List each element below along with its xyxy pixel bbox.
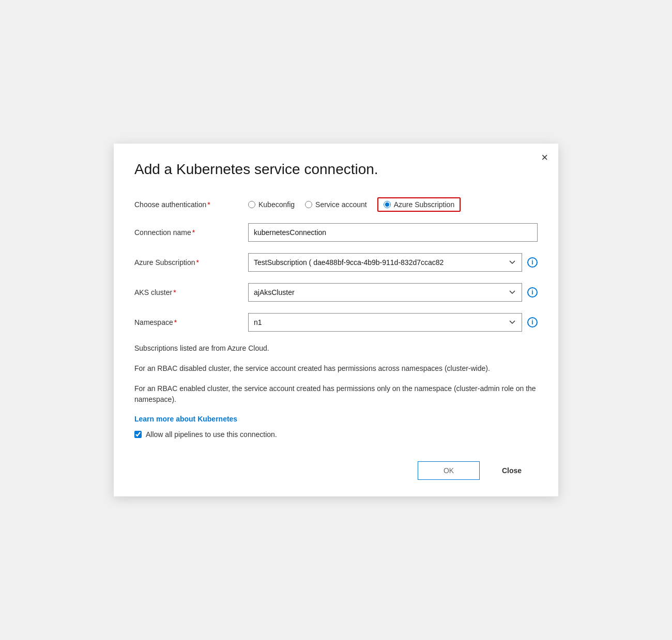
namespace-info-icon[interactable]: i	[527, 317, 538, 327]
allow-pipelines-label: Allow all pipelines to use this connecti…	[146, 430, 277, 439]
aks-cluster-wrapper: ajAksCluster i	[248, 283, 538, 302]
radio-service-account[interactable]: Service account	[305, 200, 367, 209]
namespace-select[interactable]: n1	[248, 313, 522, 332]
learn-more-link[interactable]: Learn more about Kubernetes	[134, 415, 237, 423]
namespace-row: Namespace* n1 i	[134, 313, 538, 332]
connection-name-wrapper	[248, 223, 538, 242]
radio-kubeconfig[interactable]: Kubeconfig	[248, 200, 295, 209]
rbac-disabled-block: For an RBAC disabled cluster, the servic…	[134, 363, 538, 374]
radio-azure-subscription-input[interactable]	[384, 201, 391, 208]
subscriptions-note: Subscriptions listed are from Azure Clou…	[134, 343, 538, 354]
azure-subscription-wrapper: TestSubscription ( dae488bf-9cca-4b9b-91…	[248, 253, 538, 272]
connection-name-row: Connection name*	[134, 223, 538, 242]
aks-cluster-select[interactable]: ajAksCluster	[248, 283, 522, 302]
allow-pipelines-row: Allow all pipelines to use this connecti…	[134, 430, 538, 439]
azure-subscription-select[interactable]: TestSubscription ( dae488bf-9cca-4b9b-91…	[248, 253, 522, 272]
namespace-wrapper: n1 i	[248, 313, 538, 332]
connection-name-input[interactable]	[248, 223, 538, 242]
rbac-enabled-text: For an RBAC enabled cluster, the service…	[134, 383, 538, 405]
azure-subscription-row: Azure Subscription* TestSubscription ( d…	[134, 253, 538, 272]
azure-subscription-label: Azure Subscription*	[134, 258, 248, 267]
close-icon-button[interactable]: ×	[541, 152, 548, 163]
auth-radio-group: Kubeconfig Service account Azure Subscri…	[248, 197, 538, 212]
dialog-footer: OK Close	[134, 457, 538, 480]
aks-cluster-label: AKS cluster*	[134, 288, 248, 296]
rbac-disabled-text: For an RBAC disabled cluster, the servic…	[134, 363, 538, 374]
aks-cluster-info-icon[interactable]: i	[527, 287, 538, 298]
azure-subscription-info-icon[interactable]: i	[527, 257, 538, 268]
radio-kubeconfig-input[interactable]	[248, 201, 255, 208]
auth-row: Choose authentication* Kubeconfig Servic…	[134, 197, 538, 212]
ok-button[interactable]: OK	[418, 461, 480, 480]
allow-pipelines-checkbox[interactable]	[134, 431, 142, 438]
radio-kubeconfig-label: Kubeconfig	[258, 200, 295, 209]
dialog-title: Add a Kubernetes service connection.	[134, 160, 538, 179]
connection-name-label: Connection name*	[134, 228, 248, 237]
aks-cluster-row: AKS cluster* ajAksCluster i	[134, 283, 538, 302]
close-button[interactable]: Close	[486, 461, 538, 480]
auth-label: Choose authentication*	[134, 200, 248, 209]
radio-azure-subscription[interactable]: Azure Subscription	[377, 197, 461, 212]
namespace-label: Namespace*	[134, 318, 248, 326]
radio-service-account-input[interactable]	[305, 201, 312, 208]
rbac-enabled-block: For an RBAC enabled cluster, the service…	[134, 383, 538, 405]
dialog-container: × Add a Kubernetes service connection. C…	[114, 144, 558, 496]
subscriptions-note-block: Subscriptions listed are from Azure Clou…	[134, 343, 538, 354]
radio-service-account-label: Service account	[315, 200, 367, 209]
radio-azure-subscription-label: Azure Subscription	[394, 200, 455, 209]
